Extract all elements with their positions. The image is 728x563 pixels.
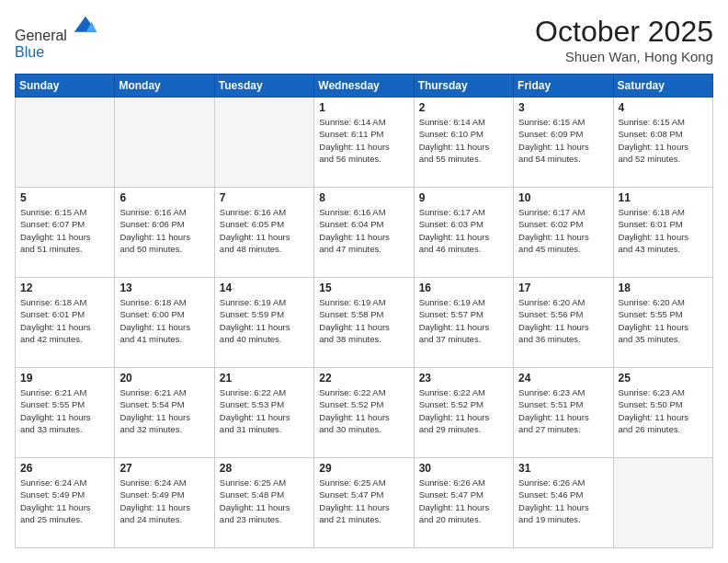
day-info: Sunrise: 6:20 AMSunset: 5:55 PMDaylight:… <box>619 296 708 345</box>
calendar-cell: 12Sunrise: 6:18 AMSunset: 6:01 PMDayligh… <box>16 278 115 368</box>
day-info: Sunrise: 6:22 AMSunset: 5:53 PMDaylight:… <box>220 386 309 435</box>
day-number: 21 <box>220 372 309 385</box>
calendar-cell: 26Sunrise: 6:24 AMSunset: 5:49 PMDayligh… <box>16 458 115 548</box>
day-number: 10 <box>518 191 608 204</box>
calendar-cell: 22Sunrise: 6:22 AMSunset: 5:52 PMDayligh… <box>314 368 414 458</box>
calendar-cell: 29Sunrise: 6:25 AMSunset: 5:47 PMDayligh… <box>314 458 414 548</box>
calendar-cell: 16Sunrise: 6:19 AMSunset: 5:57 PMDayligh… <box>414 278 513 368</box>
day-number: 27 <box>119 462 209 475</box>
month-title: October 2025 <box>535 15 713 49</box>
day-info: Sunrise: 6:23 AMSunset: 5:51 PMDaylight:… <box>518 386 608 435</box>
day-info: Sunrise: 6:18 AMSunset: 6:01 PMDaylight:… <box>619 206 708 255</box>
day-info: Sunrise: 6:14 AMSunset: 6:10 PMDaylight:… <box>419 116 508 165</box>
location: Shuen Wan, Hong Kong <box>535 49 713 64</box>
week-row-2: 5Sunrise: 6:15 AMSunset: 6:07 PMDaylight… <box>16 188 713 278</box>
day-info: Sunrise: 6:19 AMSunset: 5:59 PMDaylight:… <box>220 296 309 345</box>
col-header-saturday: Saturday <box>613 75 712 98</box>
calendar-cell <box>613 458 712 548</box>
day-info: Sunrise: 6:25 AMSunset: 5:48 PMDaylight:… <box>220 477 309 525</box>
day-number: 7 <box>220 191 309 204</box>
day-info: Sunrise: 6:18 AMSunset: 6:01 PMDaylight:… <box>20 296 109 345</box>
day-info: Sunrise: 6:26 AMSunset: 5:46 PMDaylight:… <box>518 477 608 525</box>
day-info: Sunrise: 6:20 AMSunset: 5:56 PMDaylight:… <box>518 296 608 345</box>
col-header-sunday: Sunday <box>16 75 115 98</box>
calendar-cell: 8Sunrise: 6:16 AMSunset: 6:04 PMDaylight… <box>314 188 414 278</box>
col-header-tuesday: Tuesday <box>214 75 313 98</box>
day-info: Sunrise: 6:19 AMSunset: 5:58 PMDaylight:… <box>319 296 408 345</box>
day-info: Sunrise: 6:16 AMSunset: 6:05 PMDaylight:… <box>220 206 309 255</box>
day-info: Sunrise: 6:21 AMSunset: 5:54 PMDaylight:… <box>119 386 209 435</box>
calendar-cell: 28Sunrise: 6:25 AMSunset: 5:48 PMDayligh… <box>214 458 313 548</box>
day-number: 26 <box>20 462 109 475</box>
calendar-cell: 17Sunrise: 6:20 AMSunset: 5:56 PMDayligh… <box>514 278 613 368</box>
calendar-header-row: SundayMondayTuesdayWednesdayThursdayFrid… <box>16 75 713 98</box>
calendar-cell: 5Sunrise: 6:15 AMSunset: 6:07 PMDaylight… <box>16 188 115 278</box>
day-number: 24 <box>518 372 608 385</box>
calendar-cell: 11Sunrise: 6:18 AMSunset: 6:01 PMDayligh… <box>613 188 712 278</box>
calendar-cell: 4Sunrise: 6:15 AMSunset: 6:08 PMDaylight… <box>613 98 712 188</box>
calendar-cell: 25Sunrise: 6:23 AMSunset: 5:50 PMDayligh… <box>613 368 712 458</box>
day-number: 4 <box>619 101 708 114</box>
day-info: Sunrise: 6:19 AMSunset: 5:57 PMDaylight:… <box>419 296 508 345</box>
calendar-cell: 20Sunrise: 6:21 AMSunset: 5:54 PMDayligh… <box>115 368 214 458</box>
logo: General Blue <box>15 15 98 61</box>
day-info: Sunrise: 6:26 AMSunset: 5:47 PMDaylight:… <box>419 477 508 525</box>
logo-general-text: General <box>15 28 67 43</box>
day-info: Sunrise: 6:24 AMSunset: 5:49 PMDaylight:… <box>119 477 209 525</box>
day-number: 18 <box>619 282 708 294</box>
day-info: Sunrise: 6:21 AMSunset: 5:55 PMDaylight:… <box>20 386 109 435</box>
calendar-cell: 27Sunrise: 6:24 AMSunset: 5:49 PMDayligh… <box>115 458 214 548</box>
day-number: 22 <box>319 372 408 385</box>
day-info: Sunrise: 6:15 AMSunset: 6:09 PMDaylight:… <box>518 116 608 165</box>
calendar-cell: 6Sunrise: 6:16 AMSunset: 6:06 PMDaylight… <box>115 188 214 278</box>
day-info: Sunrise: 6:14 AMSunset: 6:11 PMDaylight:… <box>319 116 408 165</box>
day-number: 1 <box>319 101 408 114</box>
calendar-cell: 23Sunrise: 6:22 AMSunset: 5:52 PMDayligh… <box>414 368 513 458</box>
calendar-cell: 7Sunrise: 6:16 AMSunset: 6:05 PMDaylight… <box>214 188 313 278</box>
day-number: 12 <box>20 282 109 294</box>
day-number: 28 <box>220 462 309 475</box>
calendar-cell: 9Sunrise: 6:17 AMSunset: 6:03 PMDaylight… <box>414 188 513 278</box>
day-info: Sunrise: 6:15 AMSunset: 6:07 PMDaylight:… <box>20 206 109 255</box>
day-number: 16 <box>419 282 508 294</box>
day-number: 9 <box>419 191 508 204</box>
week-row-5: 26Sunrise: 6:24 AMSunset: 5:49 PMDayligh… <box>16 458 713 548</box>
week-row-4: 19Sunrise: 6:21 AMSunset: 5:55 PMDayligh… <box>16 368 713 458</box>
calendar-cell: 13Sunrise: 6:18 AMSunset: 6:00 PMDayligh… <box>115 278 214 368</box>
calendar-cell: 10Sunrise: 6:17 AMSunset: 6:02 PMDayligh… <box>514 188 613 278</box>
day-number: 17 <box>518 282 608 294</box>
logo-blue-text: Blue <box>15 44 44 60</box>
day-number: 20 <box>119 372 209 385</box>
day-number: 5 <box>20 191 109 204</box>
calendar-cell: 2Sunrise: 6:14 AMSunset: 6:10 PMDaylight… <box>414 98 513 188</box>
page: General Blue October 2025 Shuen Wan, Hon… <box>0 0 728 563</box>
day-info: Sunrise: 6:22 AMSunset: 5:52 PMDaylight:… <box>419 386 508 435</box>
day-info: Sunrise: 6:16 AMSunset: 6:06 PMDaylight:… <box>119 206 209 255</box>
calendar-cell: 3Sunrise: 6:15 AMSunset: 6:09 PMDaylight… <box>514 98 613 188</box>
day-number: 31 <box>518 462 608 475</box>
calendar-cell: 1Sunrise: 6:14 AMSunset: 6:11 PMDaylight… <box>314 98 414 188</box>
day-number: 15 <box>319 282 408 294</box>
header: General Blue October 2025 Shuen Wan, Hon… <box>15 15 713 64</box>
calendar-cell: 31Sunrise: 6:26 AMSunset: 5:46 PMDayligh… <box>514 458 613 548</box>
calendar-cell: 21Sunrise: 6:22 AMSunset: 5:53 PMDayligh… <box>214 368 313 458</box>
day-info: Sunrise: 6:23 AMSunset: 5:50 PMDaylight:… <box>619 386 708 435</box>
logo-icon <box>73 15 98 40</box>
col-header-wednesday: Wednesday <box>314 75 414 98</box>
day-info: Sunrise: 6:25 AMSunset: 5:47 PMDaylight:… <box>319 477 408 525</box>
calendar-table: SundayMondayTuesdayWednesdayThursdayFrid… <box>15 74 713 548</box>
calendar-cell: 15Sunrise: 6:19 AMSunset: 5:58 PMDayligh… <box>314 278 414 368</box>
day-info: Sunrise: 6:18 AMSunset: 6:00 PMDaylight:… <box>119 296 209 345</box>
day-number: 2 <box>419 101 508 114</box>
week-row-1: 1Sunrise: 6:14 AMSunset: 6:11 PMDaylight… <box>16 98 713 188</box>
day-info: Sunrise: 6:17 AMSunset: 6:02 PMDaylight:… <box>518 206 608 255</box>
day-number: 13 <box>119 282 209 294</box>
week-row-3: 12Sunrise: 6:18 AMSunset: 6:01 PMDayligh… <box>16 278 713 368</box>
calendar-cell: 30Sunrise: 6:26 AMSunset: 5:47 PMDayligh… <box>414 458 513 548</box>
day-number: 25 <box>619 372 708 385</box>
day-number: 19 <box>20 372 109 385</box>
day-info: Sunrise: 6:15 AMSunset: 6:08 PMDaylight:… <box>619 116 708 165</box>
col-header-friday: Friday <box>514 75 613 98</box>
col-header-monday: Monday <box>115 75 214 98</box>
calendar-cell <box>16 98 115 188</box>
